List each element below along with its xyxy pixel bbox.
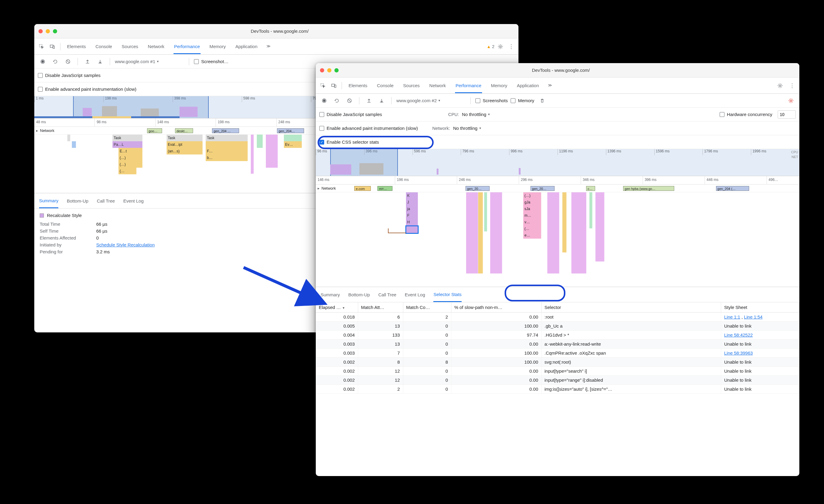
flame-event[interactable]: sJa xyxy=(523,206,541,212)
network-request[interactable]: gen hpba (www.go… xyxy=(623,186,674,191)
flame-event[interactable] xyxy=(478,193,483,273)
tab-application[interactable]: Application xyxy=(516,83,539,88)
timeline-ruler[interactable]: 146 ms 196 ms 246 ms 296 ms 346 ms 396 m… xyxy=(316,176,799,184)
warnings-badge[interactable]: ▲ 2 xyxy=(487,44,494,49)
flame-event[interactable]: (…) xyxy=(118,154,142,161)
table-row[interactable]: 0.018620.00:rootLine 1:1 , Line 1:54 xyxy=(316,312,799,322)
col-slow-path[interactable]: % of slow-path non-m… xyxy=(451,302,541,312)
network-request[interactable]: gen_204 … xyxy=(212,128,239,133)
cpu-throttling-select[interactable]: No throttling xyxy=(462,112,490,117)
disable-js-toggle[interactable]: Disable JavaScript samples xyxy=(319,112,382,117)
maximize-icon[interactable] xyxy=(53,29,57,33)
flame-event[interactable]: (… xyxy=(118,168,136,174)
tab-sources[interactable]: Sources xyxy=(403,83,420,88)
flame-event[interactable]: F… xyxy=(206,148,248,154)
network-throttling-select[interactable]: No throttling xyxy=(453,126,481,131)
tab-bottom-up[interactable]: Bottom-Up xyxy=(67,198,88,204)
tab-console[interactable]: Console xyxy=(95,44,113,49)
flame-event[interactable]: K xyxy=(406,193,418,199)
table-row[interactable]: 0.005130100.00.gb_Uc aUnable to link xyxy=(316,322,799,331)
record-icon[interactable] xyxy=(319,96,329,106)
reload-icon[interactable] xyxy=(50,57,60,67)
flame-event[interactable]: m… xyxy=(523,212,541,219)
titlebar[interactable]: DevTools - www.google.com/ xyxy=(316,63,799,78)
maximize-icon[interactable] xyxy=(334,68,339,73)
flame-event[interactable] xyxy=(484,193,487,231)
tab-summary[interactable]: Summary xyxy=(39,198,58,208)
close-icon[interactable] xyxy=(38,29,43,33)
memory-toggle[interactable]: Memory xyxy=(511,98,534,103)
screenshots-toggle[interactable]: Screenshots xyxy=(476,98,508,103)
recording-select[interactable]: www.google.com #1 xyxy=(115,59,184,64)
minimize-icon[interactable] xyxy=(327,68,331,73)
tab-call-tree[interactable]: Call Tree xyxy=(378,292,396,297)
more-menu-icon[interactable]: ⋮ xyxy=(787,81,797,91)
tab-network[interactable]: Network xyxy=(147,44,165,49)
flame-event[interactable]: H xyxy=(406,219,418,225)
flame-event[interactable]: Task xyxy=(112,135,142,141)
flame-event[interactable]: E…t xyxy=(118,148,142,154)
more-menu-icon[interactable]: ⋮ xyxy=(506,42,516,51)
col-style-sheet[interactable]: Style Sheet xyxy=(721,302,799,312)
flame-event[interactable]: (… xyxy=(523,225,541,232)
download-icon[interactable] xyxy=(377,96,387,106)
tab-elements[interactable]: Elements xyxy=(67,44,87,49)
tab-call-tree[interactable]: Call Tree xyxy=(97,198,115,204)
network-request[interactable]: goo… xyxy=(147,128,162,133)
flame-event[interactable]: gJa xyxy=(523,199,541,206)
source-link[interactable]: Line 1:1 xyxy=(724,314,740,320)
flame-event[interactable] xyxy=(257,135,263,148)
inspect-icon[interactable] xyxy=(37,42,46,51)
flame-event[interactable] xyxy=(266,135,278,168)
flame-event[interactable] xyxy=(562,193,566,252)
paint-instrumentation-toggle[interactable]: Enable advanced paint instrumentation (s… xyxy=(319,126,418,131)
flame-event[interactable]: (…) xyxy=(118,161,142,168)
tab-selector-stats[interactable]: Selector Stats xyxy=(433,292,461,302)
flame-event[interactable]: v… xyxy=(523,219,541,225)
minimize-icon[interactable] xyxy=(46,29,50,33)
flame-event[interactable] xyxy=(72,141,76,148)
upload-icon[interactable] xyxy=(83,57,92,67)
network-request[interactable]: gen_20… xyxy=(530,186,554,191)
upload-icon[interactable] xyxy=(364,96,374,106)
tab-event-log[interactable]: Event Log xyxy=(405,292,425,297)
tab-performance[interactable]: Performance xyxy=(174,44,201,54)
flame-event[interactable] xyxy=(490,193,502,273)
clear-icon[interactable] xyxy=(63,57,73,67)
flame-event[interactable]: Pa…L xyxy=(112,141,142,148)
flame-event[interactable] xyxy=(547,193,559,273)
capture-settings-gear-icon[interactable] xyxy=(786,96,796,106)
flame-event[interactable]: J xyxy=(406,199,418,206)
col-match-count[interactable]: Match Co… xyxy=(403,302,451,312)
device-toolbar-icon[interactable] xyxy=(47,42,57,51)
close-icon[interactable] xyxy=(320,68,324,73)
col-selector[interactable]: Selector xyxy=(541,302,721,312)
source-link[interactable]: Line 58:42522 xyxy=(724,333,753,338)
flame-event[interactable]: Task xyxy=(206,135,248,141)
gear-icon[interactable] xyxy=(496,42,505,51)
tab-memory[interactable]: Memory xyxy=(209,44,226,49)
network-request[interactable]: gen_204 (… xyxy=(716,186,749,191)
flame-event[interactable]: b… xyxy=(206,154,248,161)
hardware-concurrency-toggle[interactable]: Hardware concurrency xyxy=(720,112,772,117)
tab-bottom-up[interactable]: Bottom-Up xyxy=(348,292,370,297)
table-row[interactable]: 0.00288100.00svg:not(:root)Unable to lin… xyxy=(316,358,799,367)
timeline-overview[interactable]: 96 ms 396 ms 596 ms 796 ms 996 ms 1196 m… xyxy=(316,149,799,176)
network-track[interactable]: ▸ Network e.com m=… gen_20… gen_20… c… g… xyxy=(316,184,799,193)
download-icon[interactable] xyxy=(95,57,105,67)
tab-sources[interactable]: Sources xyxy=(121,44,139,49)
network-request[interactable]: gen_20… xyxy=(466,186,490,191)
clear-icon[interactable] xyxy=(345,96,354,106)
col-match-attempts[interactable]: Match Att… xyxy=(358,302,403,312)
flame-event[interactable]: Eval…ipt xyxy=(167,141,203,148)
flame-event[interactable] xyxy=(466,193,478,273)
table-row[interactable]: 0.004133097.74.HG1dvd > *Line 58:42522 xyxy=(316,331,799,340)
col-elapsed[interactable]: Elapsed … xyxy=(316,302,358,312)
titlebar[interactable]: DevTools - www.google.com/ xyxy=(34,24,518,38)
source-link[interactable]: Line 1:54 xyxy=(744,314,763,320)
network-request[interactable]: e.com xyxy=(354,186,371,191)
flame-event[interactable]: (an…s) xyxy=(167,148,203,154)
flame-event[interactable]: ja xyxy=(406,206,418,212)
flame-chart[interactable]: ▸ Network e.com m=… gen_20… gen_20… c… g… xyxy=(316,184,799,287)
flame-event[interactable]: e… xyxy=(523,232,541,239)
